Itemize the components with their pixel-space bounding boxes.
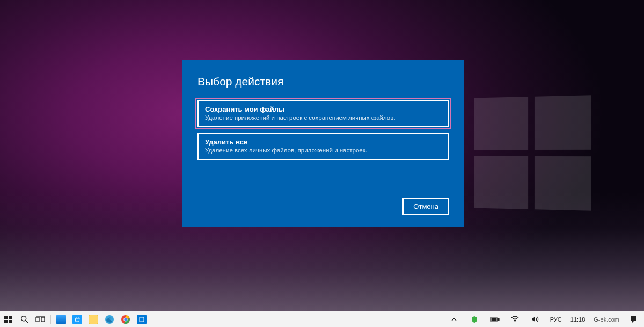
tray-security-icon[interactable] [466,311,482,327]
option-remove-all-title: Удалить все [205,138,442,146]
svg-rect-6 [36,317,39,322]
svg-line-5 [26,321,28,323]
option-remove-all[interactable]: Удалить все Удаление всех личных файлов,… [197,133,449,160]
taskbar-app-chrome[interactable] [118,311,134,327]
search-button[interactable] [16,311,32,327]
svg-rect-7 [41,317,45,322]
taskbar-separator [50,315,51,324]
svg-point-12 [124,318,127,321]
svg-rect-0 [4,316,8,319]
svg-rect-2 [4,320,8,323]
reset-options-dialog: Выбор действия Сохранить мои файлы Удале… [182,60,464,227]
option-keep-files-title: Сохранить мои файлы [205,105,442,113]
tray-volume-icon[interactable] [528,311,544,327]
svg-rect-1 [9,316,12,319]
task-view-button[interactable] [32,311,48,327]
dialog-title: Выбор действия [197,75,449,88]
watermark-text: G-ek.com [591,316,621,323]
taskbar-app-explorer[interactable] [85,311,101,327]
svg-rect-13 [140,317,144,322]
taskbar-app-edge[interactable] [101,311,118,327]
option-keep-files[interactable]: Сохранить мои файлы Удаление приложений … [197,100,449,127]
option-keep-files-desc: Удаление приложений и настроек с сохране… [205,114,442,121]
option-remove-all-desc: Удаление всех личных файлов, приложений … [205,147,442,154]
windows-logo-watermark [474,95,591,210]
tray-battery-icon[interactable] [487,311,503,327]
tray-language[interactable]: РУС [548,316,564,323]
svg-point-4 [21,316,26,321]
tray-notifications-icon[interactable] [626,311,642,327]
tray-clock[interactable]: 11:18 [568,316,588,323]
tray-overflow-button[interactable] [446,311,462,327]
svg-point-17 [515,321,516,322]
svg-rect-3 [9,320,12,323]
taskbar-app-store[interactable] [69,311,85,327]
tray-wifi-icon[interactable] [507,311,523,327]
svg-rect-16 [491,318,496,321]
taskbar: РУС 11:18 G-ek.com [0,311,644,327]
taskbar-app-settings[interactable] [134,311,150,327]
svg-rect-15 [498,318,499,320]
cancel-button[interactable]: Отмена [402,198,449,215]
start-button[interactable] [0,311,16,327]
taskbar-app-mail[interactable] [53,311,69,327]
